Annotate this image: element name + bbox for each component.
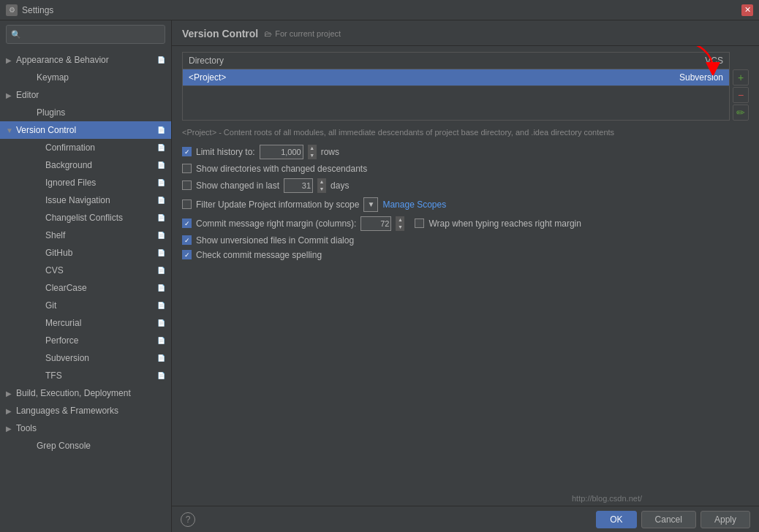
apply-button[interactable]: Apply bbox=[701, 511, 750, 528]
commit-margin-label-before: Commit message right margin (columns): bbox=[196, 218, 356, 229]
show-changed-label-after: days bbox=[331, 180, 349, 191]
sidebar-item-tools[interactable]: ▶ Tools bbox=[0, 419, 171, 437]
page-icon: 📄 bbox=[157, 319, 165, 327]
option-show-dirs: Show directories with changed descendant… bbox=[182, 164, 749, 174]
project-note: <Project> - Content roots of all modules… bbox=[182, 126, 749, 139]
sidebar-item-git[interactable]: Git 📄 bbox=[0, 297, 171, 314]
page-icon: 📄 bbox=[157, 284, 165, 292]
sidebar-item-label: Tools bbox=[16, 423, 37, 433]
search-box[interactable]: 🔍 bbox=[6, 25, 165, 44]
sidebar-item-label: Background bbox=[45, 160, 92, 170]
page-icon: 📄 bbox=[157, 214, 165, 221]
spinner-down-3[interactable]: ▼ bbox=[396, 224, 404, 231]
sidebar-item-label: Appearance & Behavior bbox=[16, 55, 109, 65]
sidebar-item-label: Build, Execution, Deployment bbox=[16, 388, 131, 398]
close-button[interactable]: ✕ bbox=[741, 4, 753, 16]
sidebar-item-label: Perforce bbox=[45, 335, 78, 346]
sidebar-item-changelist-conflicts[interactable]: Changelist Conflicts 📄 bbox=[0, 209, 171, 227]
spinner-up[interactable]: ▲ bbox=[308, 145, 317, 152]
window-title: Settings bbox=[22, 5, 741, 15]
content-header: Version Control 🗁 For current project bbox=[172, 20, 759, 46]
option-show-changed: Show changed in last ▲ ▼ days bbox=[182, 178, 749, 193]
check-spelling-label: Check commit message spelling bbox=[196, 250, 322, 260]
spinner-down[interactable]: ▼ bbox=[308, 152, 317, 159]
sidebar-item-label: CVS bbox=[45, 265, 64, 276]
sidebar-item-version-control[interactable]: ▼ Version Control 📄 bbox=[0, 121, 171, 139]
ok-button[interactable]: OK bbox=[596, 511, 636, 528]
search-input[interactable] bbox=[24, 29, 160, 39]
sidebar-item-ignored-files[interactable]: Ignored Files 📄 bbox=[0, 174, 171, 191]
vcs-table-container: Directory VCS <Project> bbox=[182, 52, 749, 121]
show-changed-label-before: Show changed in last bbox=[196, 180, 279, 191]
page-icon: 📄 bbox=[157, 249, 165, 256]
sidebar-item-tfs[interactable]: TFS 📄 bbox=[0, 367, 171, 384]
sidebar-item-subversion[interactable]: Subversion 📄 bbox=[0, 349, 171, 367]
wrap-checkbox[interactable] bbox=[415, 218, 424, 228]
page-icon: 📄 bbox=[157, 162, 165, 169]
spinner-down-2[interactable]: ▼ bbox=[317, 186, 326, 193]
vcs-table: Directory VCS <Project> bbox=[183, 53, 729, 86]
app-icon: ⚙ bbox=[6, 4, 18, 16]
table-row[interactable]: <Project> Subversion bbox=[183, 69, 729, 86]
add-vcs-button[interactable]: + bbox=[733, 69, 749, 86]
page-icon: 📄 bbox=[157, 337, 165, 344]
option-check-spelling: Check commit message spelling bbox=[182, 250, 749, 260]
sidebar-item-label: Changelist Conflicts bbox=[45, 213, 123, 223]
limit-history-label-after: rows bbox=[321, 147, 339, 157]
table-actions: + − ✏ bbox=[733, 52, 749, 121]
page-icon: 📄 bbox=[157, 126, 165, 134]
manage-scopes-link[interactable]: Manage Scopes bbox=[382, 200, 446, 210]
sidebar-item-languages[interactable]: ▶ Languages & Frameworks bbox=[0, 402, 171, 419]
filter-update-checkbox[interactable] bbox=[182, 200, 192, 209]
sidebar-item-issue-navigation[interactable]: Issue Navigation 📄 bbox=[0, 191, 171, 209]
show-unversioned-checkbox[interactable] bbox=[182, 235, 192, 245]
vcs-table-wrapper: Directory VCS <Project> bbox=[182, 52, 730, 121]
page-icon: 📄 bbox=[157, 144, 165, 151]
sidebar-item-label: Subversion bbox=[45, 353, 89, 363]
commit-margin-checkbox[interactable] bbox=[182, 218, 192, 228]
page-icon: 📄 bbox=[157, 302, 165, 309]
sidebar-item-mercurial[interactable]: Mercurial 📄 bbox=[0, 314, 171, 332]
edit-vcs-button[interactable]: ✏ bbox=[733, 104, 749, 121]
show-changed-checkbox[interactable] bbox=[182, 180, 192, 190]
page-icon: 📄 bbox=[157, 354, 165, 362]
filter-update-label: Filter Update Project information by sco… bbox=[196, 200, 359, 210]
content-subtitle: 🗁 For current project bbox=[264, 29, 341, 38]
limit-history-checkbox[interactable] bbox=[182, 147, 192, 156]
sidebar-item-appearance[interactable]: ▶ Appearance & Behavior 📄 bbox=[0, 51, 171, 69]
sidebar-item-github[interactable]: GitHub 📄 bbox=[0, 244, 171, 262]
sidebar-item-label: Version Control bbox=[16, 125, 76, 135]
sidebar-item-editor[interactable]: ▶ Editor bbox=[0, 86, 171, 104]
help-button[interactable]: ? bbox=[181, 512, 195, 527]
arrow-icon: ▶ bbox=[6, 56, 15, 64]
project-icon: 🗁 bbox=[264, 29, 272, 38]
remove-vcs-button[interactable]: − bbox=[733, 87, 749, 103]
option-commit-margin: Commit message right margin (columns): ▲… bbox=[182, 216, 749, 231]
spinner-up-2[interactable]: ▲ bbox=[317, 178, 326, 186]
dialog-footer: ? OK Cancel Apply bbox=[172, 506, 759, 532]
sidebar-item-keymap[interactable]: Keymap bbox=[0, 69, 171, 86]
sidebar-item-clearcase[interactable]: ClearCase 📄 bbox=[0, 279, 171, 297]
spinner-up-3[interactable]: ▲ bbox=[396, 216, 404, 224]
sidebar-item-cvs[interactable]: CVS 📄 bbox=[0, 262, 171, 279]
col-directory: Directory bbox=[183, 53, 439, 69]
sidebar-item-grep-console[interactable]: Grep Console bbox=[0, 437, 171, 455]
sidebar-item-plugins[interactable]: Plugins bbox=[0, 104, 171, 121]
check-spelling-checkbox[interactable] bbox=[182, 250, 192, 259]
sidebar-item-label: Plugins bbox=[37, 107, 65, 118]
filter-scope-dropdown[interactable]: ▼ bbox=[363, 197, 378, 212]
sidebar-item-shelf[interactable]: Shelf 📄 bbox=[0, 227, 171, 244]
sidebar-item-confirmation[interactable]: Confirmation 📄 bbox=[0, 139, 171, 156]
commit-margin-input[interactable] bbox=[360, 216, 391, 231]
show-changed-input[interactable] bbox=[284, 178, 313, 193]
show-dirs-checkbox[interactable] bbox=[182, 164, 192, 173]
limit-history-input[interactable] bbox=[260, 145, 303, 159]
content-body: Directory VCS <Project> bbox=[172, 46, 759, 506]
sidebar-item-background[interactable]: Background 📄 bbox=[0, 156, 171, 174]
sidebar-item-perforce[interactable]: Perforce 📄 bbox=[0, 332, 171, 349]
footer-right: OK Cancel Apply bbox=[596, 511, 750, 528]
sidebar-item-label: Editor bbox=[16, 90, 39, 100]
sidebar-item-label: Ignored Files bbox=[45, 178, 96, 188]
cancel-button[interactable]: Cancel bbox=[641, 511, 696, 528]
sidebar-item-build[interactable]: ▶ Build, Execution, Deployment bbox=[0, 384, 171, 402]
